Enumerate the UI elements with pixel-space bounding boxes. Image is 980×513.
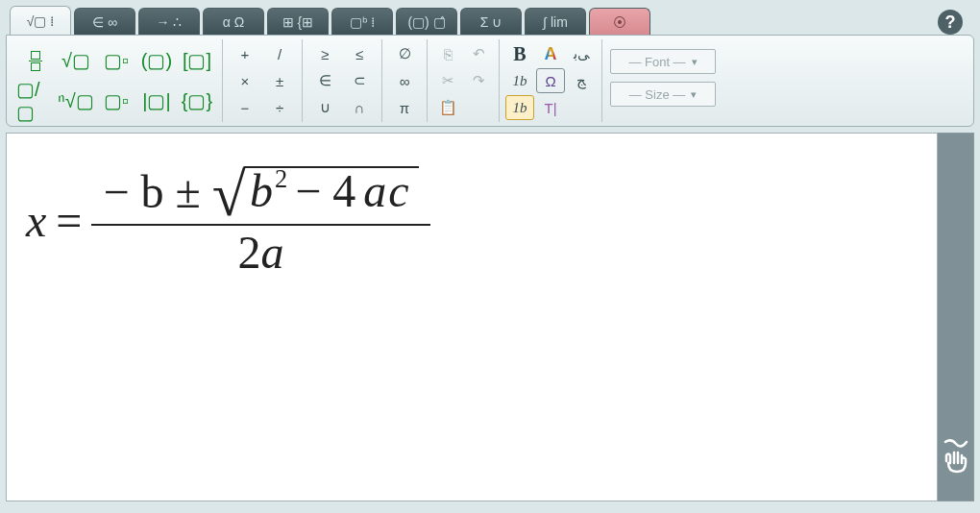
help-icon[interactable]: ? <box>938 10 963 35</box>
font-dropdown[interactable]: — Font — <box>610 49 716 74</box>
group-operators: + / × ± − ÷ <box>223 39 303 122</box>
sqrt: √ b 2 − 4 a c <box>212 166 419 220</box>
superscript-button[interactable]: ▢▫ <box>97 41 135 80</box>
tab-sets[interactable]: ∈ ∞ <box>74 8 135 35</box>
bracket-button[interactable]: [▢] <box>178 41 216 80</box>
text-color-button[interactable]: A <box>536 41 565 66</box>
subset-button[interactable]: ⊂ <box>343 68 376 93</box>
tab-calculus[interactable]: ∫ lim <box>525 8 586 35</box>
tab-greek[interactable]: α Ω <box>203 8 264 35</box>
tab-matrix[interactable]: ⊞ {⊞ <box>267 8 329 35</box>
text-cursor-button[interactable]: T| <box>536 95 565 120</box>
tab-arrows[interactable]: → ∴ <box>138 8 200 35</box>
cut-button[interactable]: ✂ <box>433 68 462 93</box>
copy-button[interactable]: ⎘ <box>433 41 462 66</box>
paste-button[interactable]: 📋 <box>433 95 462 120</box>
union-button[interactable]: ∪ <box>308 95 341 120</box>
brace-button[interactable]: {▢} <box>178 82 216 120</box>
intersect-button[interactable]: ∩ <box>343 95 376 120</box>
tab-accents[interactable]: (▢) ▢̂ <box>396 8 457 35</box>
divide-button[interactable]: ÷ <box>263 95 296 120</box>
group-templates: √▢ ▢▫ (▢) [▢] ▢/▢ ⁿ√▢ ▢▫ |▢| {▢} <box>11 39 223 122</box>
toolbar: √▢ ▢▫ (▢) [▢] ▢/▢ ⁿ√▢ ▢▫ |▢| {▢} + / × ±… <box>6 35 974 127</box>
formula-lhs: x <box>26 198 46 244</box>
paren-button[interactable]: (▢) <box>137 41 176 80</box>
subscript-button[interactable]: ▢▫ <box>97 82 135 120</box>
group-clipboard: ⎘ ↶ ✂ ↷ 📋 <box>428 39 500 122</box>
bold-button[interactable]: B <box>505 41 534 66</box>
fraction-button[interactable] <box>16 41 55 80</box>
tab-special[interactable]: ⦿ <box>589 8 650 35</box>
italic2-button[interactable]: 1b <box>505 95 534 120</box>
tab-bigops[interactable]: Σ ∪ <box>460 8 522 35</box>
hand-icon <box>942 436 970 481</box>
nth-root-button[interactable]: ⁿ√▢ <box>57 82 95 120</box>
arabic-button[interactable]: ﻰﺑ <box>567 41 596 66</box>
element-button[interactable]: ∈ <box>308 68 341 93</box>
equals-sign: = <box>56 198 82 244</box>
minus-button[interactable]: − <box>229 95 261 120</box>
formula-content: x = − b ± √ b 2 − 4 a c <box>26 162 430 280</box>
abs-button[interactable]: |▢| <box>137 82 176 120</box>
tab-bar: √▢ ⁞ ∈ ∞ → ∴ α Ω ⊞ {⊞ ▢ᵇ ⁞ (▢) ▢̂ Σ ∪ ∫ … <box>6 6 974 35</box>
ge-button[interactable]: ≥ <box>308 41 341 66</box>
omega-button[interactable]: Ω <box>536 68 565 93</box>
times-button[interactable]: × <box>229 68 261 93</box>
italic-button[interactable]: 1b <box>505 68 534 93</box>
fraction: − b ± √ b 2 − 4 a c <box>91 162 429 280</box>
le-button[interactable]: ≤ <box>343 41 376 66</box>
group-relations: ≥ ≤ ∈ ⊂ ∪ ∩ <box>303 39 382 122</box>
pi-button[interactable]: π <box>388 95 421 120</box>
group-font: — Font — — Size — <box>602 39 723 122</box>
equation-editor[interactable]: x = − b ± √ b 2 − 4 a c <box>6 133 938 501</box>
redo-button[interactable]: ↷ <box>464 68 493 93</box>
arabic2-button[interactable]: ﺞ <box>567 68 596 93</box>
tab-basic[interactable]: √▢ ⁞ <box>10 6 71 35</box>
size-dropdown[interactable]: — Size — <box>610 82 716 107</box>
sqrt-button[interactable]: √▢ <box>57 41 95 80</box>
tab-scripts[interactable]: ▢ᵇ ⁞ <box>331 8 393 35</box>
undo-button[interactable]: ↶ <box>464 41 493 66</box>
paste2-button[interactable] <box>464 95 493 120</box>
plus-button[interactable]: + <box>229 41 261 66</box>
infinity-button[interactable]: ∞ <box>388 68 421 93</box>
group-text-style: B A ﻰﺑ 1b Ω ﺞ 1b T| <box>500 39 602 122</box>
mixed-fraction-button[interactable]: ▢/▢ <box>16 82 55 120</box>
plusminus-button[interactable]: ± <box>263 68 296 93</box>
editor-sidebar[interactable] <box>938 133 974 501</box>
emptyset-button[interactable]: ∅ <box>388 41 421 66</box>
group-symbols: ∅ ∞ π <box>382 39 428 122</box>
slash-button[interactable]: / <box>263 41 296 66</box>
